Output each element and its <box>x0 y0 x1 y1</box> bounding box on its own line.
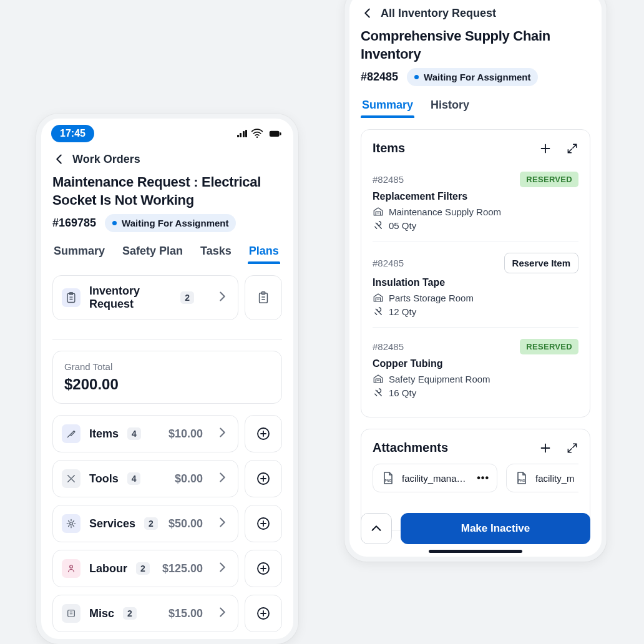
warehouse-icon <box>373 292 384 303</box>
screwdriver-icon <box>62 424 80 443</box>
tab-plans[interactable]: Plans <box>248 242 280 264</box>
warehouse-icon <box>373 373 384 384</box>
expand-items-button[interactable] <box>566 142 578 155</box>
reserve-item-button[interactable]: Reserve Item <box>504 253 578 273</box>
plus-circle-icon <box>256 426 271 441</box>
chevron-right-icon <box>215 290 229 306</box>
more-icon[interactable]: ••• <box>477 472 489 484</box>
battery-icon <box>267 127 283 140</box>
plus-circle-icon <box>256 606 271 621</box>
attachment-chip[interactable]: facility_manage… ••• <box>373 464 497 492</box>
make-inactive-button[interactable]: Make Inactive <box>401 513 590 544</box>
warehouse-icon <box>373 206 384 217</box>
tab-summary[interactable]: Summary <box>361 96 414 118</box>
id-status-row: #169785 Waiting For Assignment <box>41 212 293 238</box>
collapse-button[interactable] <box>361 513 392 544</box>
cost-row-tools[interactable]: Tools 4 $0.00 <box>52 460 238 497</box>
tab-tasks[interactable]: Tasks <box>199 242 233 264</box>
inventory-request-card[interactable]: Inventory Request 2 <box>52 275 238 320</box>
bottom-action-bar: Make Inactive <box>361 513 590 544</box>
tab-bar: SummaryHistory <box>349 92 602 118</box>
inventory-secondary-button[interactable] <box>245 275 282 320</box>
signal-icon <box>237 130 248 137</box>
chevron-left-icon <box>361 6 374 20</box>
id-status-row: #82485 Waiting For Assignment <box>349 66 602 92</box>
add-labour-button[interactable] <box>245 550 282 587</box>
tab-safety-plan[interactable]: Safety Plan <box>121 242 184 264</box>
clipboard-icon <box>62 288 80 307</box>
row-label: Services <box>89 517 135 530</box>
status-time: 17:45 <box>51 125 94 142</box>
row-price: $125.00 <box>162 562 203 575</box>
back-label: Work Orders <box>72 153 140 166</box>
chevron-right-icon <box>215 560 229 577</box>
tab-bar: SummarySafety PlanTasksPlansActu <box>41 238 293 264</box>
item-name: Replacement Filters <box>373 191 578 202</box>
wifi-icon <box>251 127 263 140</box>
chevron-right-icon <box>215 426 229 442</box>
page-title: Maintenance Request : Electrical Socket … <box>41 168 293 212</box>
tools-icon <box>373 220 384 231</box>
tools-icon <box>373 387 384 398</box>
cost-row-misc[interactable]: Misc 2 $15.00 <box>52 595 238 632</box>
order-id: #169785 <box>52 217 96 230</box>
row-price: $50.00 <box>168 517 203 530</box>
row-count: 2 <box>123 607 137 620</box>
attachment-chip[interactable]: facility_m <box>506 464 578 492</box>
page-title: Comprehensive Supply Chain Inventory <box>349 22 602 66</box>
tab-history[interactable]: History <box>429 96 471 118</box>
row-count: 2 <box>144 517 158 530</box>
row-count: 4 <box>127 472 141 485</box>
add-misc-button[interactable] <box>245 595 282 632</box>
attachment-name: facility_manage… <box>402 473 471 484</box>
add-tools-button[interactable] <box>245 460 282 497</box>
cost-row-services[interactable]: Services 2 $50.00 <box>52 505 238 542</box>
services-icon <box>62 514 80 533</box>
inventory-item: #82485 RESERVED Copper Tubing Safety Equ… <box>373 327 578 406</box>
status-icons <box>237 127 284 140</box>
chevron-right-icon <box>215 605 229 622</box>
back-label: All Inventory Request <box>381 7 496 20</box>
item-name: Copper Tubing <box>373 358 578 369</box>
row-label: Labour <box>89 562 127 575</box>
status-dot-icon <box>414 75 419 79</box>
chevron-left-icon <box>52 152 66 166</box>
add-attachment-button[interactable] <box>539 441 552 455</box>
back-row[interactable]: All Inventory Request <box>349 0 602 22</box>
inventory-count: 2 <box>180 291 194 304</box>
tools-icon <box>62 469 80 488</box>
cost-row-labour[interactable]: Labour 2 $125.00 <box>52 550 238 587</box>
item-qty: 16 Qty <box>373 387 578 398</box>
row-price: $15.00 <box>168 607 203 620</box>
row-label: Misc <box>89 607 114 620</box>
attachments-title: Attachments <box>373 441 448 455</box>
status-text: Waiting For Assignment <box>122 218 228 228</box>
item-id: #82485 <box>373 258 404 268</box>
item-qty: 05 Qty <box>373 220 578 231</box>
item-qty: 12 Qty <box>373 306 578 317</box>
back-row[interactable]: Work Orders <box>41 146 293 168</box>
item-id: #82485 <box>373 174 404 185</box>
file-png-icon <box>514 471 529 485</box>
inventory-item: #82485 Reserve Item Insulation Tape Part… <box>373 241 578 324</box>
tools-icon <box>373 306 384 317</box>
add-services-button[interactable] <box>245 505 282 542</box>
tab-summary[interactable]: Summary <box>52 242 106 264</box>
item-id: #82485 <box>373 341 404 352</box>
add-items-button[interactable] <box>245 415 282 452</box>
item-location: Safety Equipment Room <box>373 373 578 384</box>
row-price: $0.00 <box>175 472 203 485</box>
divider <box>52 339 282 339</box>
reserved-badge: RESERVED <box>520 339 578 354</box>
add-item-button[interactable] <box>539 142 552 155</box>
row-count: 2 <box>136 562 150 575</box>
items-section: Items #82485 RESERVED Replacement Filter… <box>361 129 590 417</box>
item-name: Insulation Tape <box>373 277 578 288</box>
items-title: Items <box>373 141 405 155</box>
misc-icon <box>62 604 80 623</box>
expand-attachments-button[interactable] <box>566 442 578 454</box>
item-location: Maintenance Supply Room <box>373 206 578 217</box>
labour-icon <box>62 559 80 578</box>
cost-row-items[interactable]: Items 4 $10.00 <box>52 415 238 452</box>
grand-total-card: Grand Total $200.00 <box>52 351 282 404</box>
